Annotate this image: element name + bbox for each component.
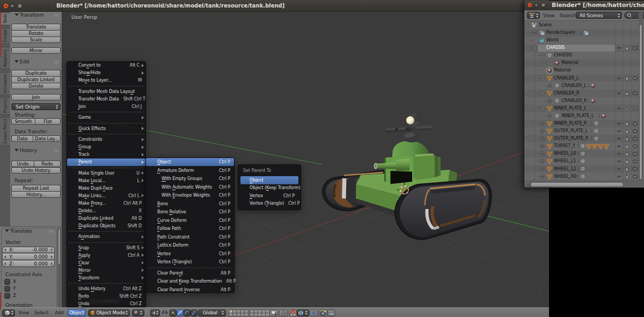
outliner-item-crawler_r[interactable]: CRAWLER_R [554,90,580,97]
snap-peel-button[interactable] [310,309,318,316]
layer-cell[interactable] [254,313,258,316]
editor-type-button[interactable] [2,309,15,316]
visibility-eye-icon[interactable] [617,131,621,132]
lock-to-scene-button[interactable] [269,309,278,316]
checkbox-axis-y[interactable] [4,286,10,292]
parent-submenu-item-with-empty-groups[interactable]: With Empty GroupsCtrl P [146,175,234,183]
object-menu-item-redo[interactable]: RedoShift Ctrl Z [67,293,145,300]
layer-cell[interactable] [262,313,266,316]
button-duplicate-linked[interactable]: Duplicate Linked [11,76,61,83]
header-menu-add[interactable]: Add [53,308,66,317]
expander-plus-icon[interactable] [540,167,545,171]
expander-minus-icon[interactable] [525,23,530,27]
object-menu-item-join[interactable]: JoinCtrl J [67,103,145,110]
outliner-item-crawler_l[interactable]: CRAWLER_L [554,75,579,82]
header-menu-select[interactable]: Select [33,308,49,317]
outliner-item-inner_plate_l[interactable]: INNER_PLATE_L [554,105,586,112]
renderability-camera-icon[interactable] [633,160,637,163]
opengl-render-anim-button[interactable] [327,309,336,316]
minimize-button[interactable] [10,3,15,9]
object-menu-item-clear[interactable]: Clear [67,259,145,266]
expander-minus-icon[interactable] [533,46,537,50]
object-menu-item-make-links[interactable]: Make Links...Ctrl L [67,192,145,199]
layers-widget[interactable] [229,309,269,316]
header-menu-view[interactable]: View [18,308,30,317]
outliner-item-inner_plate_l[interactable]: INNER_PLATE_L [561,113,594,119]
visibility-eye-icon[interactable] [617,168,621,170]
renderability-camera-icon[interactable] [633,152,637,155]
parent-submenu-item-follow-path[interactable]: Follow PathCtrl P [146,225,234,233]
layer-cell[interactable] [258,313,261,316]
parent-submenu-item-path-constraint[interactable]: Path ConstraintCtrl P [146,233,234,241]
selectability-cursor-icon[interactable] [626,175,628,179]
layer-cell[interactable] [233,310,237,313]
expander-plus-icon[interactable] [548,99,552,103]
checkbox-axis-x[interactable] [4,279,10,285]
button-scale[interactable]: Scale [11,37,61,43]
outliner-vertical-scrollbar[interactable] [639,11,643,181]
object-menu-item-duplicate-objects[interactable]: Duplicate ObjectsShift D [67,222,145,229]
increment-arrow-icon[interactable] [51,248,53,251]
expander-plus-icon[interactable] [540,144,545,148]
selectability-cursor-icon[interactable] [626,129,628,133]
parent-submenu-item-vertex-triangle[interactable]: Vertex (Triangle)Ctrl P [146,258,234,266]
expander-minus-icon[interactable] [540,106,545,111]
visibility-eye-icon[interactable] [617,146,621,147]
expander-plus-icon[interactable] [548,84,552,88]
manipulator-scale-button[interactable] [191,309,197,316]
button-redo[interactable]: Redo [34,161,61,167]
set-parent-item-object-keep-transform[interactable]: Object (Keep Transform) [240,184,298,192]
parent-submenu-item-bone[interactable]: BoneCtrl P [146,199,234,208]
dropdown-set-origin[interactable]: Set Origin [11,103,61,110]
object-menu-item-move-to-layer[interactable]: Move to Layer...M [67,77,145,84]
layer-cell[interactable] [244,310,248,313]
outliner-menu-search[interactable]: Search [560,10,576,21]
decrement-arrow-icon[interactable] [4,248,6,251]
button-join[interactable]: Join [11,94,61,100]
expander-plus-icon[interactable] [540,175,545,179]
set-parent-item-vertex-triangle[interactable]: Vertex (Triangle)Ctrl P [240,200,298,208]
renderability-camera-icon[interactable] [633,129,637,133]
expander-plus-icon[interactable] [533,31,537,35]
outliner-item-wheel_l0[interactable]: WHEEL_L0 [554,150,576,157]
expander-plus-icon[interactable] [540,121,545,126]
layer-cell[interactable] [262,310,266,313]
object-menu-item-quick-effects[interactable]: Quick Effects [67,125,145,132]
outliner-item-world[interactable]: World [546,37,558,44]
button-history-dots[interactable]: History... [11,191,61,198]
object-menu-item-make-proxy[interactable]: Make Proxy...Ctrl Alt P [67,199,145,207]
layer-cell[interactable] [237,313,240,316]
panel-edit[interactable]: Edit [12,59,61,65]
button-translate[interactable]: Translate [11,24,61,30]
object-menu-item-delete[interactable]: Delete...X [67,207,145,214]
toolshelf-tab-physics[interactable]: Physics [0,97,10,115]
header-menu-object[interactable]: Object [68,309,86,316]
parent-submenu-item-clear-and-keep-transformation[interactable]: Clear and Keep TransformationAlt P [146,277,234,286]
selectability-cursor-icon[interactable] [626,145,628,149]
manipulator-rotate-button[interactable] [184,309,191,316]
renderability-camera-icon[interactable] [633,92,637,95]
renderability-camera-icon[interactable] [633,137,637,140]
object-menu-item-parent[interactable]: Parent [67,158,145,166]
outliner-item-scene[interactable]: Scene [539,22,552,28]
parent-submenu-item-clear-parent-inverse[interactable]: Clear Parent InverseAlt P [146,285,234,294]
toolshelf-tab-animation[interactable]: Animation [0,72,10,95]
outliner-item-inner_plate_r[interactable]: INNER_PLATE_R [554,120,587,127]
layer-cell[interactable] [266,313,269,316]
outliner-item-wheel_l1[interactable]: WHEEL_L1 [554,158,576,164]
operator-region-scrollbar[interactable] [57,227,61,308]
parent-submenu-item-clear-parent[interactable]: Clear ParentAlt P [146,269,234,277]
increment-arrow-icon[interactable] [51,262,53,265]
outliner-item-material[interactable]: Material [554,67,571,74]
button-undo[interactable]: Undo [11,161,34,167]
parent-submenu-item-curve-deform[interactable]: Curve DeformCtrl P [146,216,234,225]
viewport-shading-dropdown[interactable] [132,309,144,316]
button-duplicate[interactable]: Duplicate [11,70,61,76]
visibility-eye-icon[interactable] [617,47,621,49]
toolshelf-tab-create[interactable]: Create [0,28,10,44]
layer-cell[interactable] [254,310,258,313]
toolshelf-tab-tools[interactable]: Tools [0,12,10,25]
outliner-item-chassis[interactable]: CHASSIS [554,52,572,59]
object-menu-item-constraints[interactable]: Constraints [67,136,145,143]
increment-arrow-icon[interactable] [51,255,53,258]
